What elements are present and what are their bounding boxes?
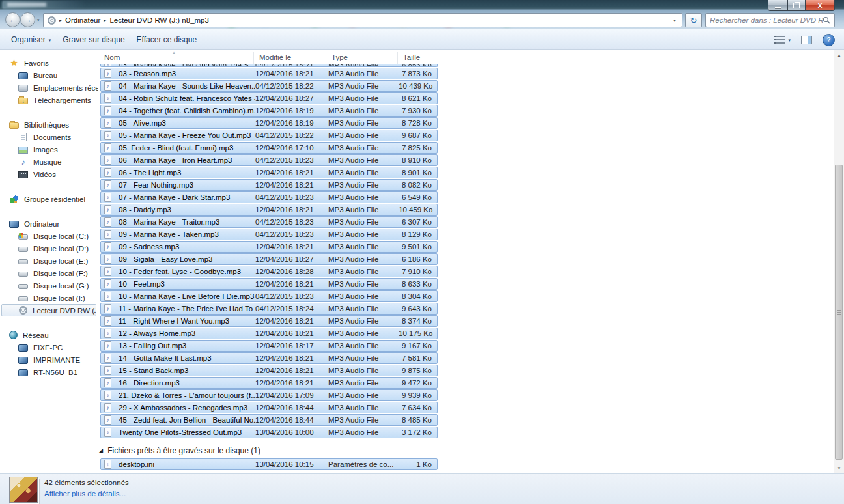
file-modified: 12/04/2016 18:21: [255, 379, 328, 387]
table-row[interactable]: ♪13 - Falling Out.mp312/04/2016 18:17MP3…: [100, 340, 438, 352]
sidebar-item-documents[interactable]: Documents: [0, 131, 98, 143]
table-row[interactable]: ♪03 - Marina Kaye - Dancing With The S..…: [100, 64, 438, 67]
address-dropdown-icon[interactable]: ▾: [671, 18, 678, 23]
table-row[interactable]: ♪10 - Feel.mp312/04/2016 18:21MP3 Audio …: [100, 278, 438, 290]
sidebar-item-disque-local-c[interactable]: Disque local (C:): [0, 230, 98, 242]
file-modified: 12/04/2016 18:21: [255, 329, 328, 337]
burn-group-header[interactable]: ◢ Fichiers prêts à être gravés sur le di…: [99, 445, 544, 456]
file-size: 7 634 Ko: [399, 404, 437, 412]
table-row[interactable]: ♪11 - Marina Kaye - The Price I've Had T…: [100, 303, 438, 315]
search-input[interactable]: Rechercher dans : Lecteur DVD RW (J:...: [705, 13, 835, 27]
file-type: MP3 Audio File: [328, 193, 399, 201]
views-icon: [774, 36, 785, 44]
sidebar-item-disque-local-g[interactable]: Disque local (G:): [0, 279, 98, 292]
table-row[interactable]: ♪21. Dzeko & Torres - L'amour toujours (…: [100, 389, 438, 401]
table-row[interactable]: ♪04 - Together (feat. Childish Gambino).…: [100, 105, 438, 117]
sidebar-item-imprimante[interactable]: IMPRIMANTE: [0, 354, 98, 366]
table-row[interactable]: ♪11 - Right Where I Want You.mp312/04/20…: [100, 315, 438, 327]
table-row[interactable]: ↓desktop.ini13/04/2016 10:15Paramètres d…: [100, 458, 438, 470]
back-button[interactable]: ←: [5, 12, 20, 27]
sidebar-section-favoris[interactable]: ★Favoris: [0, 57, 98, 69]
table-row[interactable]: ♪09 - Sadness.mp312/04/2016 18:21MP3 Aud…: [100, 241, 438, 253]
change-view-button[interactable]: ▾: [774, 36, 791, 44]
mp3-file-icon: ♪: [104, 217, 111, 227]
file-size: 8 633 Ko: [399, 280, 437, 288]
table-row[interactable]: ♪10 - Marina Kaye - Live Before I Die.mp…: [100, 290, 438, 302]
table-row[interactable]: ♪08 - Daddy.mp312/04/2016 18:21MP3 Audio…: [100, 204, 438, 216]
sidebar-item-disque-local-d[interactable]: Disque local (D:): [0, 242, 98, 255]
sidebar-item-vid-os[interactable]: Vidéos: [0, 168, 98, 180]
file-name: 10 - Marina Kaye - Live Before I Die.mp3: [117, 292, 255, 300]
sidebar-section-biblioth-ques[interactable]: Bibliothèques: [0, 119, 98, 131]
table-row[interactable]: ♪15 - Stand Back.mp312/04/2016 18:21MP3 …: [100, 365, 438, 376]
table-row[interactable]: ♪29 - X Ambassadors - Renegades.mp312/04…: [100, 402, 438, 413]
table-row[interactable]: ♪05 - Alive.mp312/04/2016 18:19MP3 Audio…: [100, 117, 438, 129]
restore-button[interactable]: [787, 0, 806, 11]
sidebar-item-label: Documents: [33, 133, 71, 141]
table-row[interactable]: ♪10 - Feder feat. Lyse - Goodbye.mp312/0…: [100, 266, 438, 277]
mp3-file-icon: ♪: [104, 341, 111, 350]
table-row[interactable]: ♪09 - Sigala - Easy Love.mp312/04/2016 1…: [100, 253, 438, 265]
breadcrumb-dvd-drive[interactable]: Lecteur DVD RW (J:) n8_mp3: [109, 16, 209, 24]
table-row[interactable]: ♪06 - The Light.mp312/04/2016 18:21MP3 A…: [100, 167, 438, 178]
table-row[interactable]: ♪04 - Marina Kaye - Sounds Like Heaven..…: [100, 80, 438, 92]
preview-pane-icon[interactable]: [801, 36, 812, 44]
table-row[interactable]: ♪07 - Fear Nothing.mp312/04/2016 18:21MP…: [100, 179, 438, 191]
sidebar-item-bureau[interactable]: Bureau: [0, 69, 98, 81]
show-more-details-link[interactable]: Afficher plus de détails...: [44, 490, 126, 497]
erase-disc-button[interactable]: Effacer ce disque: [131, 32, 203, 48]
help-icon[interactable]: ?: [823, 34, 835, 46]
sidebar-item-rt-n56u-b1[interactable]: RT-N56U_B1: [0, 366, 98, 378]
minimize-button[interactable]: [768, 0, 787, 11]
close-button[interactable]: x: [806, 0, 835, 11]
sidebar-item-fixe-pc[interactable]: FIXE-PC: [0, 341, 98, 354]
file-type: MP3 Audio File: [328, 107, 399, 115]
column-header-size[interactable]: Taille: [397, 52, 434, 64]
refresh-button[interactable]: ↻: [685, 13, 702, 27]
sidebar-item-emplacements-r-cents[interactable]: Emplacements récents: [0, 81, 98, 94]
file-modified: 13/04/2016 10:00: [255, 428, 328, 436]
sidebar-item-images[interactable]: Images: [0, 143, 98, 156]
scroll-up-icon[interactable]: ▲: [834, 50, 844, 61]
history-dropdown-icon[interactable]: ▾: [37, 18, 40, 23]
sidebar-section-ordinateur[interactable]: Ordinateur: [0, 217, 98, 230]
table-row[interactable]: ♪07 - Marina Kaye - Dark Star.mp304/12/2…: [100, 191, 438, 203]
close-icon: x: [818, 1, 823, 9]
table-row[interactable]: ♪08 - Marina Kaye - Traitor.mp304/12/201…: [100, 216, 438, 228]
table-row[interactable]: ♪04 - Robin Schulz feat. Francesco Yates…: [100, 92, 438, 104]
column-header-modified[interactable]: Modifié le: [253, 52, 326, 64]
table-row[interactable]: ♪12 - Always Home.mp312/04/2016 18:21MP3…: [100, 328, 438, 339]
table-row[interactable]: ♪16 - Direction.mp312/04/2016 18:21MP3 A…: [100, 377, 438, 389]
sidebar-item-disque-local-e[interactable]: Disque local (E:): [0, 255, 98, 267]
table-row[interactable]: ♪14 - Gotta Make It Last.mp312/04/2016 1…: [100, 352, 438, 364]
burn-to-disc-button[interactable]: Graver sur disque: [57, 32, 130, 48]
forward-button[interactable]: →: [20, 12, 35, 27]
organize-button[interactable]: Organiser ▾: [5, 32, 57, 48]
table-row[interactable]: ♪03 - Reason.mp312/04/2016 18:21MP3 Audi…: [100, 68, 438, 79]
table-row[interactable]: ♪09 - Marina Kaye - Taken.mp304/12/2015 …: [100, 229, 438, 240]
table-row[interactable]: ♪45 - Zedd feat. Jon Bellion - Beautiful…: [100, 414, 438, 426]
file-size: 8 621 Ko: [399, 94, 437, 102]
scroll-down-icon[interactable]: ▼: [834, 463, 844, 473]
address-bar[interactable]: ▸ Ordinateur ▸ Lecteur DVD RW (J:) n8_mp…: [43, 13, 682, 27]
file-type: MP3 Audio File: [328, 231, 399, 238]
mp3-file-icon: ♪: [104, 415, 111, 425]
search-icon: [823, 16, 830, 24]
table-row[interactable]: ♪06 - Marina Kaye - Iron Heart.mp304/12/…: [100, 154, 438, 166]
vertical-scrollbar[interactable]: ▲ ▼: [834, 50, 844, 473]
sidebar-item-t-l-chargements[interactable]: ↓Téléchargements: [0, 94, 98, 106]
scrollbar-thumb[interactable]: [835, 165, 843, 460]
breadcrumb-computer[interactable]: Ordinateur: [65, 16, 100, 24]
file-name: 12 - Always Home.mp3: [117, 329, 255, 337]
sidebar-section-groupe-r-sidentiel[interactable]: Groupe résidentiel: [0, 193, 98, 205]
table-row[interactable]: ♪Twenty One Pilots-Stressed Out.mp313/04…: [100, 427, 438, 438]
table-row[interactable]: ♪05 - Marina Kaye - Freeze You Out.mp304…: [100, 130, 438, 141]
sidebar-item-disque-local-i[interactable]: Disque local (I:): [0, 292, 98, 304]
sidebar-section-r-seau[interactable]: Réseau: [0, 329, 98, 341]
sidebar-item-disque-local-f[interactable]: Disque local (F:): [0, 267, 98, 279]
column-header-type[interactable]: Type: [326, 52, 397, 64]
sidebar-item-lecteur-dvd-rw-j[interactable]: Lecteur DVD RW (J:): [1, 304, 96, 316]
table-row[interactable]: ♪05. Feder - Blind (feat. Emmi).mp312/04…: [100, 142, 438, 154]
sidebar-item-musique[interactable]: ♪Musique: [0, 156, 98, 168]
column-header-name[interactable]: Nom ▲: [99, 52, 253, 64]
